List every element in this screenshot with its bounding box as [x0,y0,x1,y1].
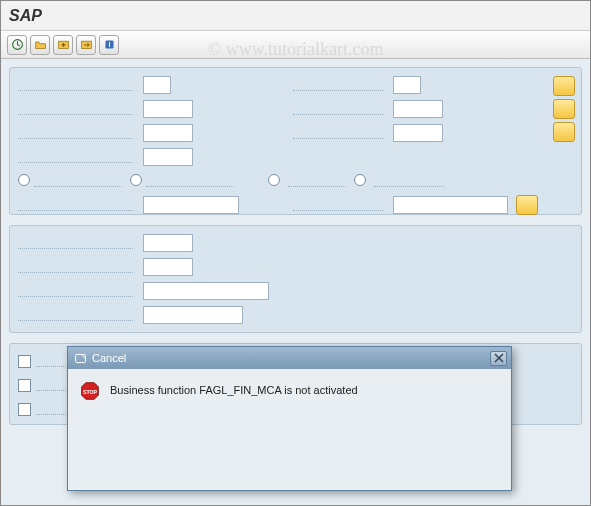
field-label [293,103,383,115]
input-field[interactable] [143,234,193,252]
dialog-title-icon [74,352,87,365]
input-field[interactable] [143,148,193,166]
multi-select-button-1[interactable] [553,76,575,96]
multi-select-button-3[interactable] [553,122,575,142]
multi-select-button-2[interactable] [553,99,575,119]
folder-open-icon [34,38,47,51]
dialog-body: STOP Business function FAGL_FIN_MCA is n… [68,369,511,413]
field-label [288,175,346,187]
toolbar: i [1,31,590,59]
input-field[interactable] [143,282,269,300]
close-icon [494,353,504,363]
option-radio-1[interactable] [18,174,30,186]
input-field[interactable] [143,124,193,142]
clock-execute-icon [11,38,24,51]
field-label [18,127,133,139]
field-label [374,175,444,187]
option-radio-4[interactable] [354,174,366,186]
selection-panel-1 [9,67,582,215]
checkbox-3[interactable] [18,403,31,416]
input-field[interactable] [143,196,239,214]
checkbox-2[interactable] [18,379,31,392]
stop-icon: STOP [80,381,100,401]
input-field[interactable] [393,196,508,214]
save-variant-button[interactable] [53,35,73,55]
input-field[interactable] [143,100,193,118]
info-button[interactable]: i [99,35,119,55]
dialog-message: Business function FAGL_FIN_MCA is not ac… [110,381,358,396]
field-label [18,103,133,115]
get-variant-button[interactable] [30,35,50,55]
title-bar: SAP [1,1,590,31]
dialog-close-button[interactable] [490,351,507,366]
input-field[interactable] [393,100,443,118]
dialog-title-text: Cancel [92,352,126,364]
checkbox-1[interactable] [18,355,31,368]
svg-text:i: i [108,40,110,49]
multi-select-button-last[interactable] [516,195,538,215]
input-field[interactable] [393,124,443,142]
input-field[interactable] [143,258,193,276]
input-field[interactable] [143,76,171,94]
svg-rect-5 [76,354,86,362]
field-label [146,175,234,187]
folder-arrow-icon [80,38,93,51]
execute-button[interactable] [7,35,27,55]
field-label [34,175,122,187]
field-label [18,79,133,91]
input-field[interactable] [143,306,243,324]
app-title: SAP [9,7,42,25]
field-label [18,237,133,249]
cancel-dialog: Cancel STOP Business function FAGL_FIN_M… [67,346,512,491]
field-label [18,261,133,273]
field-label [293,79,383,91]
option-radio-2[interactable] [130,174,142,186]
field-label [18,285,133,297]
multi-select-buttons [553,76,575,142]
folder-plus-icon [57,38,70,51]
field-label [18,199,133,211]
svg-text:STOP: STOP [83,389,98,395]
input-field[interactable] [393,76,421,94]
info-icon: i [103,38,116,51]
delete-variant-button[interactable] [76,35,96,55]
option-radio-3[interactable] [268,174,280,186]
dialog-titlebar: Cancel [68,347,511,369]
field-label [18,151,133,163]
field-label [293,199,383,211]
field-label [293,127,383,139]
field-label [18,309,133,321]
selection-panel-2 [9,225,582,333]
